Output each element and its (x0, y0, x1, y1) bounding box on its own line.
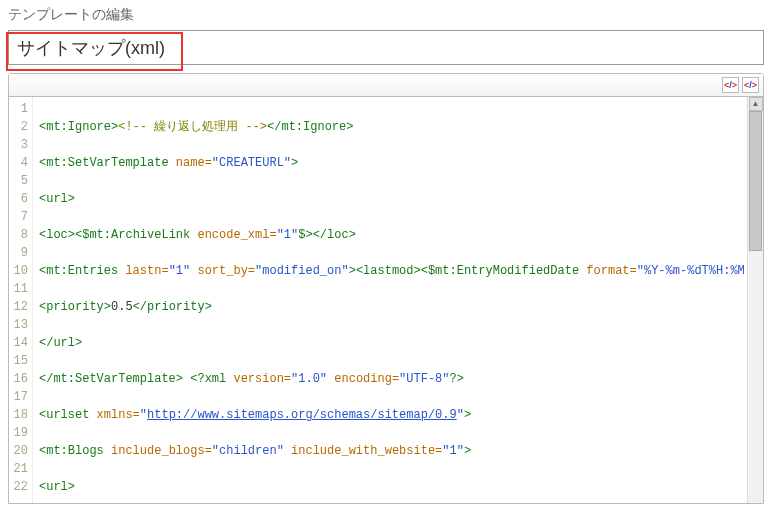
toggle-syntax-button-1[interactable]: </> (722, 77, 739, 93)
template-name-input[interactable] (8, 30, 764, 65)
code-area: 12345678910111213141516171819202122 <mt:… (9, 97, 763, 503)
scroll-thumb[interactable] (749, 111, 762, 251)
page-title: テンプレートの編集 (0, 0, 780, 28)
toggle-syntax-button-2[interactable]: </> (742, 77, 759, 93)
editor-toolbar: </> </> (9, 74, 763, 97)
template-name-row (8, 30, 772, 65)
code-content[interactable]: <mt:Ignore><!-- 繰り返し処理用 --></mt:Ignore> … (33, 97, 747, 503)
scroll-up-button[interactable]: ▲ (749, 97, 763, 111)
code-editor: </> </> 12345678910111213141516171819202… (8, 73, 764, 504)
vertical-scrollbar[interactable]: ▲ (747, 97, 763, 503)
line-number-gutter: 12345678910111213141516171819202122 (9, 97, 33, 503)
